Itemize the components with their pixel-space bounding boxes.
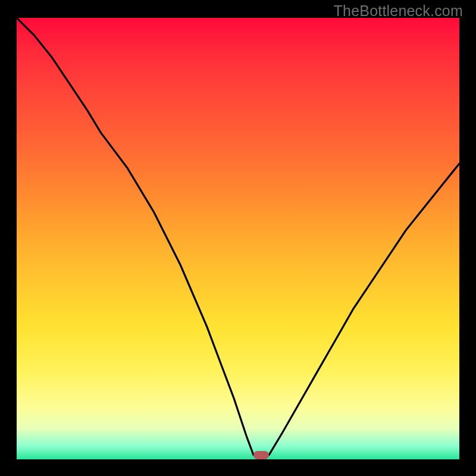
plot-area	[17, 18, 459, 459]
bottleneck-curve	[17, 18, 459, 459]
chart-frame: TheBottleneck.com	[0, 0, 476, 476]
watermark-text: TheBottleneck.com	[334, 2, 463, 20]
optimal-point-marker	[253, 451, 269, 459]
curve-path	[17, 18, 459, 455]
